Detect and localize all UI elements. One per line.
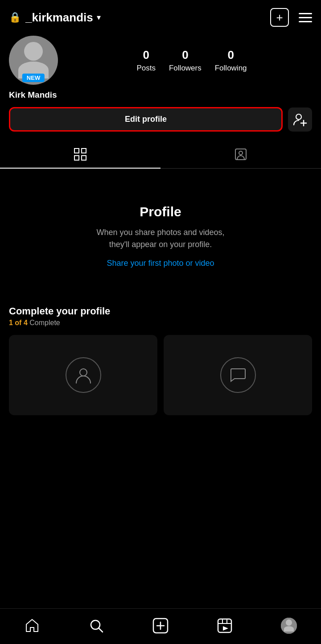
home-icon — [25, 618, 40, 633]
avatar-container[interactable]: NEW — [9, 36, 58, 85]
complete-card-bio[interactable] — [164, 335, 312, 415]
chevron-down-icon: ▾ — [97, 12, 101, 22]
followers-count: 0 — [182, 48, 188, 62]
card-chat-icon — [228, 365, 248, 385]
lock-icon: 🔒 — [9, 12, 21, 23]
svg-marker-19 — [223, 626, 228, 631]
following-label: Following — [215, 64, 247, 73]
top-bar-left: 🔒 _kirkmandis ▾ — [9, 11, 101, 25]
nav-search[interactable] — [83, 615, 110, 637]
nav-reels[interactable] — [211, 615, 238, 637]
action-row: Edit profile — [9, 107, 312, 132]
menu-line-1 — [299, 13, 312, 14]
svg-point-10 — [91, 620, 100, 629]
progress-fraction: 1 of 4 — [9, 319, 28, 326]
add-friend-button[interactable] — [288, 107, 312, 132]
nav-home[interactable] — [19, 615, 45, 637]
card-circle-photo — [66, 357, 101, 393]
tagged-icon — [234, 148, 247, 161]
new-badge: NEW — [22, 74, 45, 82]
top-bar: 🔒 _kirkmandis ▾ + — [0, 0, 321, 31]
display-name: Kirk Mandis — [9, 90, 312, 100]
complete-title: Complete your profile — [9, 305, 312, 317]
progress-label: Complete — [28, 319, 60, 326]
username: _kirkmandis — [25, 11, 93, 25]
plus-icon: + — [276, 11, 283, 25]
search-icon — [89, 618, 104, 633]
complete-card-photo[interactable] — [9, 335, 157, 415]
svg-point-8 — [239, 151, 243, 155]
posts-count: 0 — [143, 48, 149, 62]
complete-cards-row — [9, 335, 312, 415]
card-circle-bio — [220, 357, 256, 393]
profile-tabs — [0, 140, 321, 169]
svg-point-0 — [296, 114, 301, 120]
menu-line-3 — [299, 21, 312, 22]
new-post-button[interactable]: + — [270, 8, 289, 27]
share-first-photo-link[interactable]: Share your first photo or video — [107, 259, 214, 268]
reels-icon — [217, 618, 232, 633]
svg-point-9 — [80, 369, 87, 376]
avatar-head — [24, 42, 43, 61]
svg-rect-4 — [82, 149, 86, 153]
posts-label: Posts — [136, 64, 156, 73]
card-person-icon — [74, 365, 93, 385]
avatar-person-shape — [18, 42, 49, 78]
svg-rect-5 — [74, 156, 79, 160]
nav-profile[interactable] — [276, 615, 302, 637]
username-row[interactable]: _kirkmandis ▾ — [25, 11, 101, 25]
add-post-icon — [152, 618, 169, 634]
empty-title: Profile — [140, 204, 181, 219]
svg-rect-15 — [218, 619, 231, 632]
svg-line-11 — [99, 628, 103, 632]
following-stat[interactable]: 0 Following — [215, 48, 247, 73]
empty-description: When you share photos and videos,they'll… — [96, 227, 224, 251]
posts-stat[interactable]: 0 Posts — [136, 48, 156, 73]
complete-profile-section: Complete your profile 1 of 4 Complete — [0, 295, 321, 415]
nav-profile-avatar — [281, 618, 297, 634]
following-count: 0 — [227, 48, 234, 62]
nav-add[interactable] — [147, 615, 174, 637]
edit-profile-button[interactable]: Edit profile — [9, 107, 283, 132]
tab-grid[interactable] — [0, 140, 160, 168]
bottom-spacer — [0, 415, 321, 455]
svg-rect-6 — [82, 156, 86, 160]
profile-section: NEW 0 Posts 0 Followers 0 Following Kirk… — [0, 31, 321, 132]
top-bar-right: + — [270, 8, 312, 27]
profile-empty-state: Profile When you share photos and videos… — [0, 169, 321, 295]
grid-icon — [74, 148, 87, 161]
followers-stat[interactable]: 0 Followers — [169, 48, 202, 73]
followers-label: Followers — [169, 64, 202, 73]
menu-line-2 — [299, 17, 312, 18]
svg-rect-3 — [74, 149, 79, 153]
bottom-navigation — [0, 608, 321, 644]
profile-top: NEW 0 Posts 0 Followers 0 Following — [9, 36, 312, 85]
complete-progress: 1 of 4 Complete — [9, 319, 312, 327]
menu-button[interactable] — [299, 13, 312, 22]
tab-tagged[interactable] — [160, 140, 321, 168]
stats-row: 0 Posts 0 Followers 0 Following — [71, 48, 312, 73]
add-person-icon — [293, 112, 307, 127]
